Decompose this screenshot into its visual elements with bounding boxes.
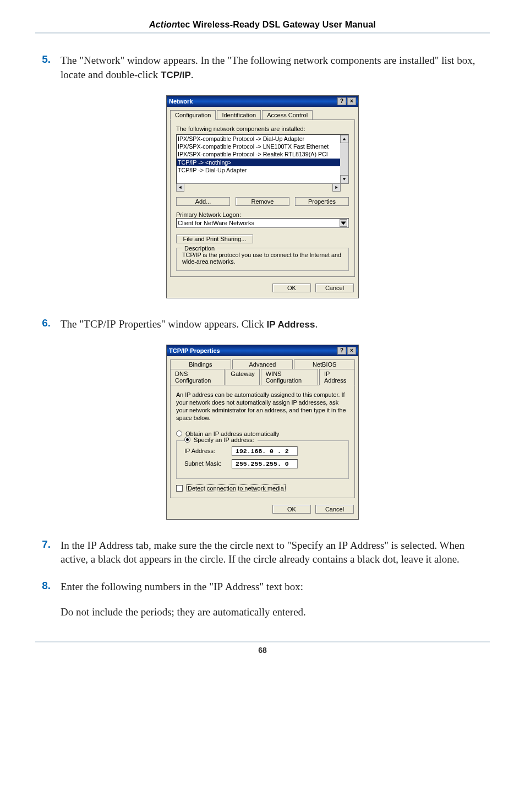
network-titlebar[interactable]: Network ? × — [167, 96, 358, 107]
step-6-number: 6. — [35, 317, 51, 331]
ip-address-label: IP Address: — [184, 448, 226, 454]
step-7-number: 7. — [35, 538, 51, 566]
header-rule — [35, 32, 490, 34]
tab-configuration[interactable]: Configuration — [170, 110, 216, 120]
scroll-down-icon[interactable] — [340, 175, 348, 183]
add-button[interactable]: Add... — [176, 197, 230, 206]
svg-marker-4 — [341, 221, 346, 225]
radio-icon — [176, 430, 182, 437]
svg-marker-2 — [179, 186, 181, 189]
page-header: Actiontec Wireless-Ready DSL Gateway Use… — [35, 20, 490, 30]
step-5-body: The "Network" window appears. In the "Th… — [61, 53, 490, 82]
checkbox-icon — [176, 485, 183, 492]
step-8-number: 8. — [35, 580, 51, 619]
header-title: Wireless-Ready DSL Gateway User Manual — [190, 20, 376, 29]
step-8-body: Enter the following numbers in the "IP A… — [61, 580, 306, 619]
step-6-text-b: Properties" window appears. Click — [116, 318, 267, 330]
close-button[interactable]: × — [347, 347, 356, 355]
tab-advanced[interactable]: Advanced — [232, 359, 293, 369]
tab-bindings[interactable]: Bindings — [170, 359, 231, 369]
step-7-text-a: In the — [61, 539, 88, 551]
hscroll-right-icon[interactable] — [332, 183, 341, 192]
step-5-number: 5. — [35, 53, 51, 82]
tab-gateway[interactable]: Gateway — [226, 369, 259, 385]
tab-access-control[interactable]: Access Control — [262, 110, 313, 119]
radio-icon — [184, 437, 190, 443]
step-8-sc: IP — [214, 581, 223, 592]
cancel-button[interactable]: Cancel — [315, 505, 354, 514]
detect-label: Detect connection to network media — [186, 484, 286, 492]
file-print-sharing-button[interactable]: File and Print Sharing... — [176, 235, 253, 243]
page-footer: 68 — [35, 641, 490, 655]
step-8-para2: Do not include the periods; they are aut… — [61, 605, 306, 619]
components-label: The following network components are ins… — [176, 126, 349, 132]
step-6-text-a: The " — [61, 318, 84, 330]
svg-marker-0 — [343, 138, 346, 140]
step-5-bold: TCP/IP — [161, 70, 191, 80]
list-item[interactable]: IPX/SPX-compatible Protocol -> Dial-Up A… — [177, 135, 348, 143]
hscroll-left-icon[interactable] — [176, 183, 184, 192]
list-item[interactable]: IPX/SPX-compatible Protocol -> Realtek R… — [177, 150, 348, 158]
primary-logon-combo[interactable]: Client for NetWare Networks — [176, 218, 349, 228]
subnet-mask-input[interactable]: 255.255.255. 0 — [232, 459, 298, 468]
help-button[interactable]: ? — [337, 347, 346, 355]
step-8-text-a: Enter the following numbers in the " — [61, 581, 214, 592]
ok-button[interactable]: OK — [272, 505, 311, 514]
ip-address-input[interactable]: 192.168. 0 . 2 — [232, 446, 298, 456]
chevron-down-icon[interactable] — [340, 219, 347, 227]
svg-marker-1 — [343, 178, 346, 180]
list-item-selected[interactable]: TCP/IP -> <nothing> — [177, 159, 348, 166]
radio-specify-label: Specify an IP address: — [194, 437, 254, 443]
subnet-mask-label: Subnet Mask: — [184, 460, 226, 467]
step-6-text-c: . — [315, 318, 318, 330]
cancel-button[interactable]: Cancel — [315, 284, 354, 292]
ip-intro-text: An IP address can be automatically assig… — [176, 391, 349, 422]
step-7-sc1: IP — [88, 539, 97, 551]
network-title: Network — [169, 98, 193, 105]
ok-button[interactable]: OK — [272, 284, 311, 292]
primary-logon-label: Primary Network Logon: — [176, 211, 349, 218]
step-7-sc2: IP — [338, 539, 348, 551]
description-body: TCP/IP is the protocol you use to connec… — [182, 252, 343, 265]
description-title: Description — [182, 245, 217, 252]
combo-value: Client for NetWare Networks — [178, 220, 254, 226]
step-7-body: In the IP Address tab, make sure the the… — [61, 538, 490, 566]
tab-identification[interactable]: Identification — [217, 110, 261, 119]
help-button[interactable]: ? — [337, 97, 346, 105]
close-button[interactable]: × — [347, 97, 356, 105]
remove-button[interactable]: Remove — [236, 197, 289, 206]
footer-rule — [35, 641, 490, 642]
tcpip-titlebar[interactable]: TCP/IP Properties ? × — [167, 345, 358, 356]
brand-rest: tec — [177, 20, 190, 29]
step-8-text-b: Address" text box: — [223, 581, 303, 592]
network-dialog: Network ? × Configuration Identification… — [166, 95, 359, 298]
specify-group: Specify an IP address: IP Address: 192.1… — [176, 440, 349, 479]
description-group: Description TCP/IP is the protocol you u… — [176, 248, 349, 271]
step-5-text-a: The "Network" window appears. In the "Th… — [61, 55, 475, 80]
list-item[interactable]: IPX/SPX-compatible Protocol -> LNE100TX … — [177, 143, 348, 150]
list-item[interactable]: TCP/IP -> Dial-Up Adapter — [177, 166, 348, 174]
tcpip-title: TCP/IP Properties — [169, 347, 220, 354]
step-7-text-b: Address tab, make sure the the circle ne… — [97, 539, 338, 551]
tab-wins[interactable]: WINS Configuration — [261, 369, 318, 385]
scroll-up-icon[interactable] — [340, 135, 348, 143]
brand-italic: Action — [149, 20, 177, 29]
step-6-bold: IP Address — [267, 319, 315, 330]
radio-specify[interactable]: Specify an IP address: — [184, 437, 258, 443]
scrollbar[interactable] — [340, 135, 348, 183]
tcpip-dialog: TCP/IP Properties ? × Bindings Advanced … — [166, 345, 359, 520]
step-6-body: The "TCP/IP Properties" window appears. … — [61, 317, 318, 331]
tab-dns[interactable]: DNS Configuration — [170, 369, 225, 385]
detect-checkbox[interactable]: Detect connection to network media — [176, 484, 349, 492]
tab-netbios[interactable]: NetBIOS — [294, 359, 355, 369]
step-5-text-b: . — [191, 69, 194, 80]
page-number: 68 — [35, 646, 490, 655]
step-6-sc: TCP/IP — [84, 318, 116, 330]
tab-ip-address[interactable]: IP Address — [319, 369, 355, 385]
components-listbox[interactable]: IPX/SPX-compatible Protocol -> Dial-Up A… — [176, 134, 349, 184]
properties-button[interactable]: Properties — [295, 197, 349, 206]
svg-marker-3 — [335, 186, 337, 189]
